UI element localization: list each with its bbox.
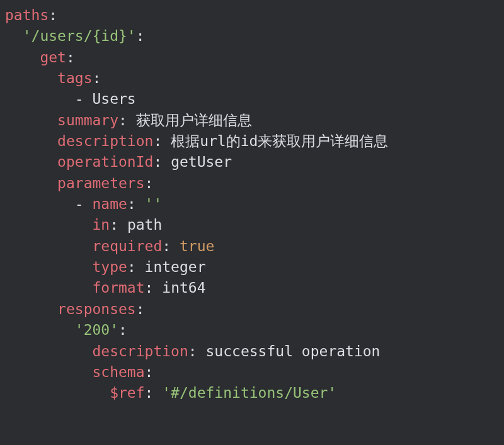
code-line: - Users [0,89,504,110]
code-line: '/users/{id}': [0,26,504,47]
yaml-value: path [127,217,162,233]
code-line: in: path [0,215,504,235]
yaml-string: '#/definitions/User' [162,385,336,401]
code-line: - name: '' [0,194,504,215]
yaml-value: successful operation [206,343,381,359]
code-line: schema: [0,362,504,383]
yaml-key: summary [57,112,118,128]
yaml-key: responses [57,301,136,317]
yaml-key: type [92,259,127,275]
yaml-value: 根据url的id来获取用户详细信息 [171,133,388,149]
code-line: get: [0,47,504,68]
yaml-value: getUser [171,154,232,170]
code-line: description: 根据url的id来获取用户详细信息 [0,131,504,152]
code-line: type: integer [0,257,504,278]
yaml-key: tags [57,70,92,86]
yaml-key: in [92,217,110,233]
yaml-key: operationId [57,154,153,170]
code-line: $ref: '#/definitions/User' [0,383,504,403]
yaml-string: '' [145,196,163,212]
code-line: required: true [0,236,504,257]
code-line: tags: [0,68,504,89]
code-line: responses: [0,299,504,320]
yaml-value: Users [92,91,135,107]
yaml-key: format [92,279,144,296]
yaml-key: paths [5,7,49,23]
code-line: '200': [0,320,504,341]
yaml-code-block: paths: '/users/{id}': get: tags: - Users… [0,5,504,404]
code-line: paths: [0,5,504,26]
yaml-string: '200' [75,322,118,338]
code-line: parameters: [0,173,504,194]
yaml-key: $ref [110,385,144,401]
yaml-key: description [92,343,188,359]
yaml-key: get [40,49,66,65]
code-line: format: int64 [0,278,504,298]
yaml-value: 获取用户详细信息 [136,112,252,128]
yaml-bool: true [180,238,214,254]
yaml-key: parameters [57,175,144,191]
yaml-key: required [92,238,162,254]
yaml-value: integer [145,259,206,275]
code-line: summary: 获取用户详细信息 [0,110,504,131]
yaml-key: name [92,196,127,212]
code-line: operationId: getUser [0,152,504,172]
yaml-value: int64 [162,279,205,296]
code-line: description: successful operation [0,341,504,362]
yaml-string: '/users/{id}' [23,28,136,44]
yaml-key: schema [92,364,144,380]
yaml-key: description [57,133,153,149]
